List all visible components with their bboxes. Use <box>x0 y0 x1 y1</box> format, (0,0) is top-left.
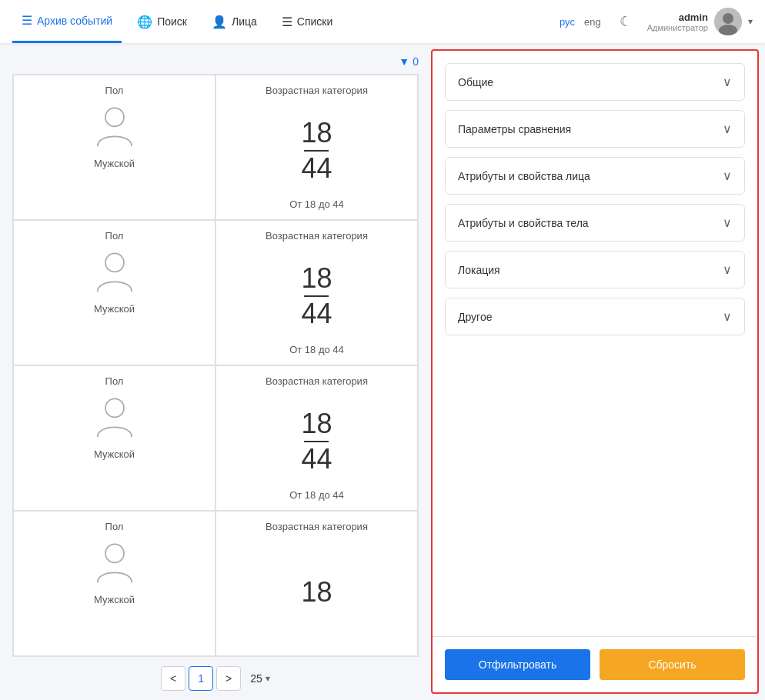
svg-point-6 <box>105 544 124 562</box>
age-category-label: Возрастная категория <box>266 85 368 96</box>
svg-point-3 <box>105 108 124 126</box>
gender-label-text: Пол <box>105 85 124 96</box>
lang-eng[interactable]: eng <box>581 15 604 29</box>
filter-accordion-location: Локация ∨ <box>445 251 745 288</box>
card-cell-gender: Пол Мужской <box>13 75 215 220</box>
gender-value: Мужской <box>94 303 135 315</box>
age-range-text: От 18 до 44 <box>289 344 344 355</box>
page-1-button[interactable]: 1 <box>189 666 213 691</box>
lists-icon: ☰ <box>282 15 292 29</box>
accordion-chevron-body_attrs: ∨ <box>723 215 732 230</box>
filter-accordion-header-other[interactable]: Другое ∨ <box>446 298 744 335</box>
next-page-button[interactable]: > <box>216 666 241 691</box>
gender-value: Мужской <box>94 158 135 169</box>
filter-accordion-face_attrs: Атрибуты и свойства лица ∨ <box>445 157 745 195</box>
language-switcher: рус eng <box>556 15 604 29</box>
filters-panel: Общие ∨ Параметры сравнения ∨ Атрибуты и… <box>431 49 759 694</box>
age-top: 18 <box>301 119 332 147</box>
age-range-text: От 18 до 44 <box>289 198 344 210</box>
filter-accordion-other: Другое ∨ <box>445 298 745 335</box>
nav-search[interactable]: 🌐 Поиск <box>128 0 196 43</box>
age-display: 18 44 <box>301 102 332 198</box>
card-cell-age: Возрастная категория 18 44 От 18 до 44 <box>215 365 418 511</box>
nav-faces[interactable]: 👤 Лица <box>202 0 266 43</box>
nav-lists-label: Списки <box>297 15 332 28</box>
faces-icon: 👤 <box>212 15 227 29</box>
svg-point-5 <box>105 398 124 417</box>
age-bottom: 44 <box>301 155 332 182</box>
filter-accordion-body_attrs: Атрибуты и свойства тела ∨ <box>445 204 745 242</box>
accordion-chevron-other: ∨ <box>723 309 732 324</box>
user-name-block: admin Администратор <box>647 12 708 32</box>
avatar <box>714 8 742 35</box>
header-right: рус eng ☾ admin Администратор ▾ <box>556 8 753 35</box>
filter-section-label-other: Другое <box>458 311 492 323</box>
card-cell-age: Возрастная категория 18 44 От 18 до 44 <box>215 220 418 365</box>
page-size-chevron: ▾ <box>266 673 270 684</box>
header: ☰ Архив событий 🌐 Поиск 👤 Лица ☰ Списки … <box>0 0 765 43</box>
archive-icon: ☰ <box>22 13 32 28</box>
filter-section-label-face_attrs: Атрибуты и свойства лица <box>458 170 590 182</box>
age-bottom: 44 <box>301 300 332 328</box>
age-category-label: Возрастная категория <box>266 230 368 242</box>
filter-count: 0 <box>413 55 419 68</box>
card-cell-gender: Пол Мужской <box>13 220 215 365</box>
age-divider <box>304 441 329 442</box>
accordion-chevron-location: ∨ <box>723 262 732 277</box>
filter-section-label-compare: Параметры сравнения <box>458 123 571 135</box>
pagination: < 1 > 25 ▾ <box>12 657 419 700</box>
filter-accordion-header-body_attrs[interactable]: Атрибуты и свойства тела ∨ <box>446 205 744 241</box>
filter-accordion-compare: Параметры сравнения ∨ <box>445 110 745 148</box>
nav-search-label: Поиск <box>157 15 187 28</box>
filter-accordion-header-compare[interactable]: Параметры сравнения ∨ <box>446 111 744 147</box>
age-display: 18 <box>301 538 332 646</box>
card-cell-age: Возрастная категория 18 44 От 18 до 44 <box>215 75 418 220</box>
gender-value: Мужской <box>94 594 135 605</box>
svg-point-1 <box>723 13 733 24</box>
filter-section-label-location: Локация <box>458 264 500 276</box>
filter-accordion-header-face_attrs[interactable]: Атрибуты и свойства лица ∨ <box>446 158 744 194</box>
prev-page-button[interactable]: < <box>161 666 185 691</box>
age-category-label: Возрастная категория <box>266 521 368 532</box>
filters-footer: Отфильтровать Сбросить <box>433 636 757 692</box>
svg-point-4 <box>105 253 124 272</box>
user-role: Администратор <box>647 23 708 32</box>
search-icon: 🌐 <box>137 15 152 29</box>
left-panel: ▼ 0 Пол Мужской Возрастная категория 18 … <box>0 43 431 700</box>
dark-mode-toggle[interactable]: ☾ <box>616 10 635 33</box>
gender-label-text: Пол <box>105 375 124 387</box>
filter-accordion-header-general[interactable]: Общие ∨ <box>446 64 744 100</box>
filter-accordion-header-location[interactable]: Локация ∨ <box>446 252 744 288</box>
main-nav: ☰ Архив событий 🌐 Поиск 👤 Лица ☰ Списки <box>12 0 556 43</box>
gender-value: Мужской <box>94 448 135 460</box>
main-container: ▼ 0 Пол Мужской Возрастная категория 18 … <box>0 43 765 700</box>
gender-label-text: Пол <box>105 521 124 532</box>
age-top: 18 <box>301 578 332 606</box>
filters-body: Общие ∨ Параметры сравнения ∨ Атрибуты и… <box>433 51 757 636</box>
age-display: 18 44 <box>301 248 332 344</box>
user-menu[interactable]: admin Администратор ▾ <box>647 8 753 35</box>
age-divider <box>304 295 329 297</box>
nav-lists[interactable]: ☰ Списки <box>272 0 342 43</box>
age-category-label: Возрастная категория <box>266 375 368 387</box>
cards-grid: Пол Мужской Возрастная категория 18 44 О… <box>12 74 419 657</box>
apply-filter-button[interactable]: Отфильтровать <box>445 649 590 680</box>
age-display: 18 44 <box>301 393 332 489</box>
card-cell-age: Возрастная категория 18 <box>215 511 418 656</box>
nav-archive-label: Архив событий <box>37 15 112 27</box>
page-size-selector[interactable]: 25 ▾ <box>250 672 270 685</box>
filter-section-label-general: Общие <box>458 76 493 88</box>
age-divider <box>304 150 329 152</box>
filter-indicator: ▼ 0 <box>399 55 419 68</box>
age-top: 18 <box>301 265 332 292</box>
filter-section-label-body_attrs: Атрибуты и свойства тела <box>458 217 589 229</box>
age-top: 18 <box>301 410 332 438</box>
reset-filter-button[interactable]: Сбросить <box>600 649 745 680</box>
age-bottom: 44 <box>301 445 332 473</box>
user-menu-chevron: ▾ <box>748 16 753 27</box>
filter-icon: ▼ <box>399 55 409 68</box>
filter-accordion-general: Общие ∨ <box>445 63 745 101</box>
lang-rus[interactable]: рус <box>556 15 578 29</box>
gender-label-text: Пол <box>105 230 124 242</box>
nav-archive[interactable]: ☰ Архив событий <box>12 0 122 43</box>
